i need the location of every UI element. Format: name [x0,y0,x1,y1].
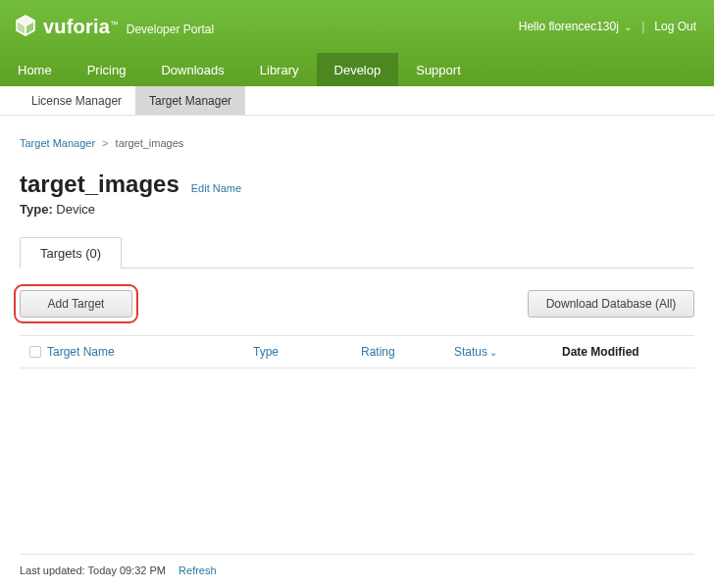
nav-home[interactable]: Home [0,53,70,86]
col-target-name[interactable]: Target Name [47,345,253,359]
type-line: Type: Device [20,202,694,217]
user-menu[interactable]: Hello florencec130j ⌄ [519,20,632,33]
tab-strip: Targets (0) [20,236,694,269]
type-label: Type: [20,202,53,217]
username: florencec130j [548,20,618,33]
edit-name-link[interactable]: Edit Name [191,182,241,194]
chevron-down-icon: ⌄ [489,347,497,358]
subnav-license-manager[interactable]: License Manager [18,86,135,115]
logout-link[interactable]: Log Out [654,20,696,33]
nav-downloads[interactable]: Downloads [143,53,241,86]
nav-library[interactable]: Library [242,53,317,86]
separator: | [641,20,644,33]
topbar: vuforia™ Developer Portal Hello florence… [0,0,714,53]
greeting-prefix: Hello [519,20,545,33]
chevron-down-icon: ⌄ [624,22,632,32]
page-title: target_images [20,171,179,198]
last-updated: Last updated: Today 09:32 PM [20,564,166,576]
brand-name: vuforia [43,16,110,37]
logo-cube-icon [14,14,37,40]
download-database-button[interactable]: Download Database (All) [528,290,694,318]
nav-support[interactable]: Support [398,53,479,86]
col-date-modified[interactable]: Date Modified [562,345,690,359]
breadcrumb-current: target_images [116,137,184,149]
brand-tm: ™ [110,20,119,29]
breadcrumb-root[interactable]: Target Manager [20,137,95,149]
breadcrumb: Target Manager > target_images [20,137,694,149]
brand-block[interactable]: vuforia™ Developer Portal [14,14,214,40]
footer: Last updated: Today 09:32 PM Refresh [20,554,694,576]
col-status-label: Status [454,345,487,359]
type-value: Device [56,202,95,217]
content: Target Manager > target_images target_im… [0,116,714,368]
main-nav: Home Pricing Downloads Library Develop S… [0,53,714,86]
tab-targets[interactable]: Targets (0) [20,237,122,269]
nav-pricing[interactable]: Pricing [70,53,144,86]
brand-subtitle: Developer Portal [127,23,214,36]
actions-row: Add Target Download Database (All) [20,290,694,318]
refresh-link[interactable]: Refresh [178,564,217,576]
table-header: Target Name Type Rating Status⌄ Date Mod… [20,335,694,368]
subnav-target-manager[interactable]: Target Manager [135,86,245,115]
top-right: Hello florencec130j ⌄ | Log Out [519,20,696,33]
breadcrumb-sep: > [102,137,108,149]
sub-nav: License Manager Target Manager [0,86,714,116]
nav-develop[interactable]: Develop [317,53,399,86]
select-all-checkbox[interactable] [24,346,47,358]
col-type[interactable]: Type [253,345,361,359]
add-target-button[interactable]: Add Target [20,290,132,318]
col-status[interactable]: Status⌄ [454,345,562,359]
col-rating[interactable]: Rating [361,345,454,359]
